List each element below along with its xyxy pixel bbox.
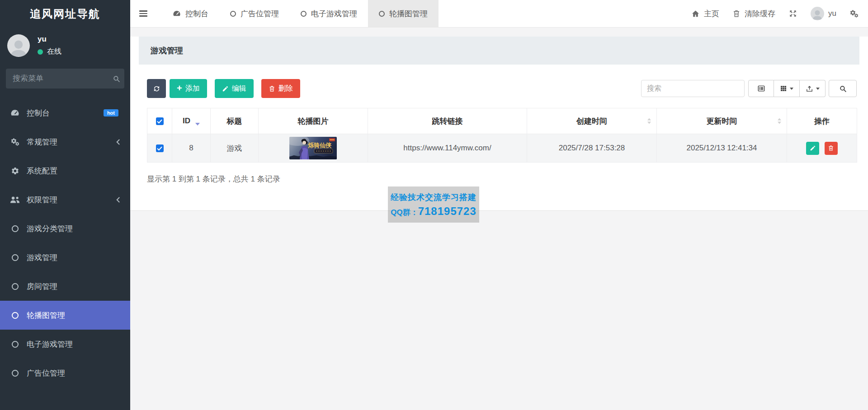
topbar-username: yu [828, 9, 836, 18]
cell-updated: 2025/12/13 12:41:34 [657, 134, 787, 163]
tab-ad-management[interactable]: 广告位管理 [219, 0, 290, 27]
cell-image: 烁骑仙侠 [259, 134, 368, 163]
sidebar-item-console[interactable]: 控制台 hot [0, 98, 130, 127]
sidebar-item-game-category[interactable]: 游戏分类管理 [0, 214, 130, 243]
table-search-input[interactable] [641, 80, 745, 97]
header-created[interactable]: 创建时间 [527, 108, 657, 134]
tab-carousel-management[interactable]: 轮播图管理 [368, 0, 439, 27]
circle-icon [10, 312, 20, 319]
page-title: 游戏管理 [139, 37, 859, 65]
main-content: 游戏管理 + 添加 编辑 删除 [130, 28, 868, 410]
cell-created: 2025/7/28 17:53:28 [527, 134, 657, 163]
export-button[interactable] [800, 80, 826, 97]
sidebar-item-label: 电子游戏管理 [27, 339, 73, 349]
trash-icon [269, 85, 275, 92]
fullscreen-button[interactable] [788, 9, 797, 18]
sidebar-item-carousel-management[interactable]: 轮播图管理 [0, 301, 130, 330]
sort-icon [778, 118, 781, 124]
clear-cache-button[interactable]: 清除缓存 [732, 9, 775, 19]
grid-icon [780, 85, 787, 92]
sidebar-item-room-management[interactable]: 房间管理 [0, 272, 130, 301]
panel: 游戏管理 + 添加 编辑 删除 [130, 37, 868, 211]
tab-console[interactable]: 控制台 [162, 0, 219, 27]
topbar-right: 主页 清除缓存 yu [691, 0, 868, 27]
export-icon [806, 85, 813, 93]
carousel-table: ID 标题 轮播图片 跳转链接 创建时间 更新时间 操作 [147, 108, 857, 163]
add-label: 添加 [185, 84, 200, 93]
cell-id: 8 [172, 134, 211, 163]
home-link[interactable]: 主页 [691, 9, 719, 19]
sidebar-menu: 控制台 hot 常规管理 系统配置 权限管理 游戏分类管理 [0, 98, 130, 387]
watermark-overlay: 经验技术交流学习搭建 QQ群： 718195723 [388, 186, 479, 223]
tab-electronic-games[interactable]: 电子游戏管理 [290, 0, 368, 27]
user-status: 在线 [38, 47, 61, 56]
sidebar-item-system-config[interactable]: 系统配置 [0, 156, 130, 185]
add-button[interactable]: + 添加 [170, 79, 207, 98]
chevron-down-icon [790, 88, 793, 90]
sidebar-item-label: 控制台 [27, 108, 50, 118]
gears-icon [10, 138, 20, 146]
delete-button[interactable]: 删除 [261, 79, 300, 98]
sidebar-item-label: 广告位管理 [27, 368, 65, 378]
sidebar-item-electronic-games[interactable]: 电子游戏管理 [0, 330, 130, 359]
header-link: 跳转链接 [368, 108, 527, 134]
table-search-button[interactable] [829, 80, 857, 97]
cell-link: https://www.114ymw.com/ [368, 134, 527, 163]
row-checkbox[interactable] [156, 144, 164, 152]
plus-icon: + [177, 84, 182, 93]
sidebar-item-general[interactable]: 常规管理 [0, 127, 130, 156]
home-icon [691, 9, 700, 18]
circle-icon [10, 341, 20, 348]
row-edit-button[interactable] [806, 142, 819, 155]
sidebar-search [6, 69, 124, 89]
header-select-all [147, 108, 172, 134]
cell-title: 游戏 [211, 134, 259, 163]
sidebar-item-game-management[interactable]: 游戏管理 [0, 243, 130, 272]
qq-group-number: 718195723 [418, 205, 476, 218]
circle-icon [379, 11, 385, 17]
search-icon [839, 85, 847, 93]
clear-cache-label: 清除缓存 [745, 9, 775, 19]
tab-label: 广告位管理 [241, 9, 279, 19]
select-all-checkbox[interactable] [156, 117, 164, 125]
menu-search-input[interactable] [13, 74, 113, 83]
banner-thumbnail[interactable]: 烁骑仙侠 [289, 137, 337, 159]
edit-label: 编辑 [232, 84, 246, 93]
chevron-left-icon [116, 197, 120, 203]
tab-label: 电子游戏管理 [311, 9, 357, 19]
sidebar-toggle-button[interactable] [130, 0, 156, 27]
table-row: 8 游戏 [147, 134, 857, 163]
svg-text:烁骑仙侠: 烁骑仙侠 [307, 142, 332, 149]
hamburger-icon [139, 10, 147, 17]
table-header-row: ID 标题 轮播图片 跳转链接 创建时间 更新时间 操作 [147, 108, 857, 134]
home-label: 主页 [704, 9, 719, 19]
sidebar: 追风网址导航 yu 在线 控制台 hot [0, 0, 130, 410]
row-delete-button[interactable] [825, 142, 838, 155]
header-updated[interactable]: 更新时间 [657, 108, 787, 134]
qq-group-label: QQ群： [391, 207, 418, 218]
app-logo[interactable]: 追风网址导航 [0, 0, 130, 28]
edit-button[interactable]: 编辑 [215, 79, 254, 98]
cell-actions [787, 134, 857, 163]
refresh-icon [153, 85, 160, 93]
settings-button[interactable] [849, 9, 859, 18]
watermark-text: 经验技术交流学习搭建 [391, 192, 476, 203]
sidebar-item-ad-management[interactable]: 广告位管理 [0, 359, 130, 387]
sort-desc-icon [195, 123, 200, 126]
circle-icon [230, 11, 236, 17]
sidebar-item-label: 房间管理 [27, 281, 57, 292]
sidebar-item-label: 轮播图管理 [27, 310, 65, 321]
refresh-button[interactable] [147, 79, 166, 98]
person-icon [7, 36, 30, 57]
header-id[interactable]: ID [172, 108, 211, 134]
columns-button[interactable] [774, 80, 800, 97]
sidebar-item-permissions[interactable]: 权限管理 [0, 185, 130, 214]
view-button-group [748, 80, 826, 97]
circle-icon [10, 283, 20, 290]
toggle-view-button[interactable] [748, 80, 774, 97]
user-menu[interactable]: yu [811, 7, 836, 20]
pencil-icon [222, 85, 229, 92]
trash-icon [828, 145, 834, 151]
header-image: 轮播图片 [259, 108, 368, 134]
circle-icon [10, 225, 20, 232]
